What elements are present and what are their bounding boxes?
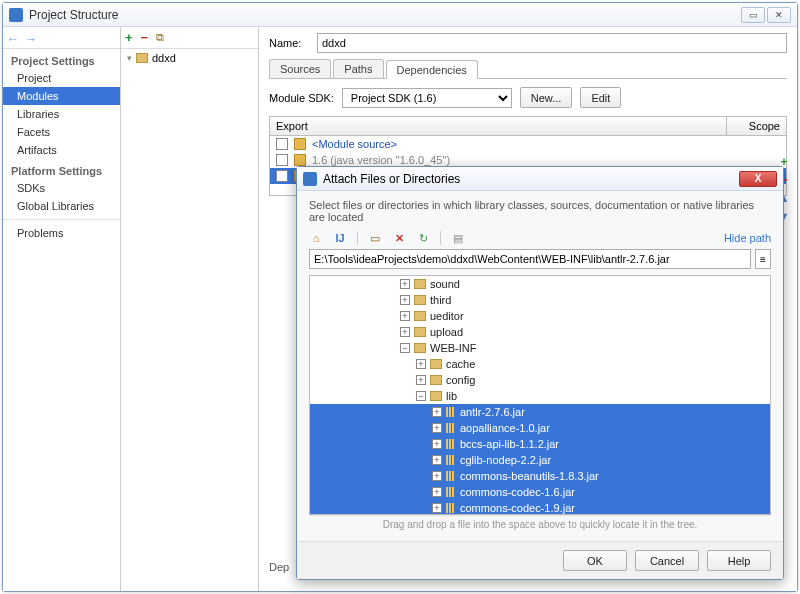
new-sdk-button[interactable]: New...: [520, 87, 573, 108]
dialog-toolbar: ⌂ IJ ▭ ✕ ↻ ▤ Hide path: [309, 231, 771, 245]
ok-button[interactable]: OK: [563, 550, 627, 571]
tree-node-jar[interactable]: +commons-codec-1.6.jar: [310, 484, 770, 500]
tree-node-jar[interactable]: +cglib-nodep-2.2.jar: [310, 452, 770, 468]
dependencies-header: Export Scope: [269, 116, 787, 136]
tree-selection: +antlr-2.7.6.jar +aopalliance-1.0.jar +b…: [310, 404, 770, 514]
back-icon[interactable]: ←: [7, 32, 19, 44]
export-checkbox[interactable]: [276, 138, 288, 150]
folder-icon: [414, 343, 426, 353]
tree-node-jar[interactable]: +bccs-api-lib-1.1.2.jar: [310, 436, 770, 452]
maximize-button[interactable]: ▭: [741, 7, 765, 23]
window-title: Project Structure: [29, 8, 118, 22]
tree-node-jar[interactable]: +commons-codec-1.9.jar: [310, 500, 770, 514]
help-button[interactable]: Help: [707, 550, 771, 571]
tree-node-jar[interactable]: +antlr-2.7.6.jar: [310, 404, 770, 420]
folder-icon: [430, 359, 442, 369]
module-tabs: Sources Paths Dependencies: [269, 59, 787, 79]
folder-icon: [414, 311, 426, 321]
refresh-icon[interactable]: ↻: [416, 231, 430, 245]
module-sdk-label: Module SDK:: [269, 92, 334, 104]
tree-node[interactable]: +third: [310, 292, 770, 308]
scope-column[interactable]: Scope: [726, 117, 786, 135]
app-icon: [9, 8, 23, 22]
module-item[interactable]: ▾ ddxd: [121, 49, 258, 67]
section-platform-settings: Platform Settings: [3, 159, 120, 179]
section-project-settings: Project Settings: [3, 49, 120, 69]
path-input[interactable]: [309, 249, 751, 269]
home-icon[interactable]: ⌂: [309, 231, 323, 245]
module-sdk-select[interactable]: Project SDK (1.6): [342, 88, 512, 108]
attach-files-dialog: Attach Files or Directories X Select fil…: [296, 166, 784, 580]
tab-sources[interactable]: Sources: [269, 59, 331, 78]
dialog-description: Select files or directories in which lib…: [309, 199, 771, 223]
close-button[interactable]: ✕: [767, 7, 791, 23]
module-folder-icon: [136, 53, 148, 63]
sidebar-item-artifacts[interactable]: Artifacts: [3, 141, 120, 159]
folder-icon: [430, 391, 442, 401]
module-name: ddxd: [152, 52, 176, 64]
file-tree[interactable]: +sound +third +ueditor +upload −WEB-INF …: [309, 275, 771, 515]
dialog-icon: [303, 172, 317, 186]
sidebar-item-libraries[interactable]: Libraries: [3, 105, 120, 123]
folder-icon: [414, 327, 426, 337]
forward-icon[interactable]: →: [25, 32, 37, 44]
delete-icon[interactable]: ✕: [392, 231, 406, 245]
tree-node[interactable]: −WEB-INF: [310, 340, 770, 356]
remove-module-icon[interactable]: −: [141, 30, 149, 45]
titlebar[interactable]: Project Structure ▭ ✕: [3, 3, 797, 27]
settings-sidebar: ← → Project Settings Project Modules Lib…: [3, 27, 121, 591]
hide-path-link[interactable]: Hide path: [724, 232, 771, 244]
jdk-icon: [294, 154, 306, 166]
tree-node[interactable]: +ueditor: [310, 308, 770, 324]
tab-dependencies[interactable]: Dependencies: [386, 60, 478, 79]
module-list: + − ⧉ ▾ ddxd: [121, 27, 259, 591]
tree-node[interactable]: −lib: [310, 388, 770, 404]
dependency-footer-label: Dep: [269, 561, 289, 573]
project-icon[interactable]: IJ: [333, 231, 347, 245]
export-column[interactable]: Export: [270, 117, 726, 135]
folder-icon: [414, 295, 426, 305]
tree-node[interactable]: +config: [310, 372, 770, 388]
show-hidden-icon[interactable]: ▤: [451, 231, 465, 245]
dep-row-module-source[interactable]: <Module source>: [270, 136, 786, 152]
sidebar-item-problems[interactable]: Problems: [3, 224, 120, 242]
sidebar-item-facets[interactable]: Facets: [3, 123, 120, 141]
tree-hint: Drag and drop a file into the space abov…: [309, 515, 771, 533]
sidebar-item-sdks[interactable]: SDKs: [3, 179, 120, 197]
edit-sdk-button[interactable]: Edit: [580, 87, 621, 108]
tree-node[interactable]: +sound: [310, 276, 770, 292]
dialog-titlebar[interactable]: Attach Files or Directories X: [297, 167, 783, 191]
tab-paths[interactable]: Paths: [333, 59, 383, 78]
dialog-title: Attach Files or Directories: [323, 172, 460, 186]
export-checkbox[interactable]: [276, 170, 288, 182]
dialog-close-button[interactable]: X: [739, 171, 777, 187]
tree-collapse-icon: ▾: [127, 53, 132, 63]
sidebar-item-global-libraries[interactable]: Global Libraries: [3, 197, 120, 215]
module-name-input[interactable]: [317, 33, 787, 53]
copy-module-icon[interactable]: ⧉: [156, 31, 164, 44]
folder-icon: [294, 138, 306, 150]
export-checkbox[interactable]: [276, 154, 288, 166]
folder-icon: [414, 279, 426, 289]
new-folder-icon[interactable]: ▭: [368, 231, 382, 245]
folder-icon: [430, 375, 442, 385]
cancel-button[interactable]: Cancel: [635, 550, 699, 571]
name-label: Name:: [269, 37, 309, 49]
tree-node[interactable]: +upload: [310, 324, 770, 340]
tree-node-jar[interactable]: +commons-beanutils-1.8.3.jar: [310, 468, 770, 484]
add-module-icon[interactable]: +: [125, 30, 133, 45]
history-dropdown-icon[interactable]: ≡: [755, 249, 771, 269]
tree-node[interactable]: +cache: [310, 356, 770, 372]
sidebar-item-project[interactable]: Project: [3, 69, 120, 87]
sidebar-item-modules[interactable]: Modules: [3, 87, 120, 105]
tree-node-jar[interactable]: +aopalliance-1.0.jar: [310, 420, 770, 436]
dialog-footer: OK Cancel Help: [297, 541, 783, 579]
